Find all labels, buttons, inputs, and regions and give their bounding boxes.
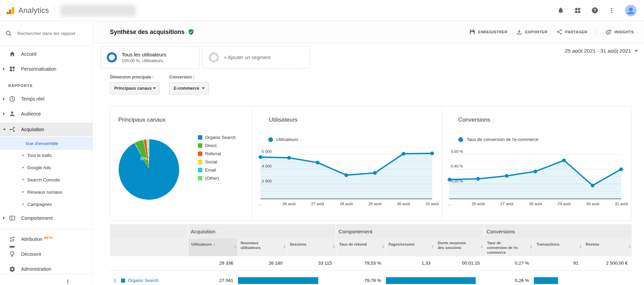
sidebar-item-audience[interactable]: Audience [0, 107, 93, 121]
series-dot-icon [458, 137, 463, 142]
exporter-button[interactable]: EXPORTER [516, 29, 547, 35]
chevron-right-icon[interactable] [22, 154, 24, 156]
column-header-utilisateurs[interactable]: Utilisateurs↓ [188, 238, 237, 256]
sidebar-item-comportement[interactable]: Comportement [0, 211, 93, 225]
x-axis-label: ... [448, 202, 452, 206]
legend-swatch [198, 176, 202, 180]
sidebar-item-label: Vue d'ensemble [26, 141, 58, 146]
total-value: 79,53 % [336, 256, 385, 270]
kebab-menu-icon[interactable] [608, 7, 615, 14]
sort-toggle-icon[interactable] [530, 245, 532, 248]
sidebar-item-acquisition[interactable]: Acquisition [0, 123, 93, 136]
users-series-legend[interactable]: Utilisateurs [268, 137, 298, 142]
acquisition-table: AcquisitionComportementConversionsUtilis… [110, 224, 632, 285]
header-icons: ? [557, 5, 644, 16]
column-header-pages-session[interactable]: Pages/session [385, 238, 435, 256]
channels-pie-chart[interactable] [119, 139, 179, 200]
audience-icon [9, 110, 16, 117]
legend-item-referral[interactable]: Referral [198, 151, 236, 156]
chevron-right-icon[interactable] [22, 203, 24, 205]
partager-button[interactable]: PARTAGER [556, 29, 587, 35]
conversions-x-axis: ...26 août27 août28 août29 août30 août31… [450, 202, 621, 207]
sidebar-item-attribution[interactable]: AttributionBÊTA [0, 232, 93, 246]
chevron-right-icon[interactable] [3, 217, 5, 219]
sidebar-item-accueil[interactable]: Accueil [0, 47, 93, 61]
sidebar-item-d-couvrir[interactable]: Découvrir [0, 247, 93, 261]
sidebar-section-label: RAPPORTS [8, 84, 33, 88]
group-header-conversions: Conversions [484, 224, 632, 238]
chevron-right-icon[interactable] [22, 179, 24, 181]
total-value: 91 [533, 256, 582, 270]
column-header-taux-de-conversion-de-l-e-commerce[interactable]: Taux de conversion de l'e-commerce [484, 238, 533, 256]
x-axis-label: 30 août [397, 202, 410, 206]
pie-legend: Organic SearchDirectReferralSocialEmail(… [198, 135, 236, 184]
date-range-selector[interactable]: 25 août 2021 - 31 août 2021 [565, 48, 638, 54]
sidebar-divider [0, 229, 93, 229]
legend-item--other-[interactable]: (Other) [198, 176, 236, 181]
legend-item-email[interactable]: Email [198, 167, 236, 173]
channels-table: AcquisitionComportementConversionsUtilis… [110, 224, 632, 285]
segment-ring-empty-icon [209, 52, 219, 63]
sidebar-item-google-ads[interactable]: Google Ads [0, 161, 93, 174]
sort-toggle-icon[interactable] [234, 245, 236, 248]
total-value: 1,33 [385, 256, 435, 270]
column-header-revenu[interactable]: Revenu [582, 238, 632, 256]
sidebar-item-r-seaux-sociaux[interactable]: Réseaux sociaux [0, 186, 93, 198]
sidebar-item-label: Accueil [21, 51, 36, 57]
save-icon [469, 29, 475, 35]
row-bounce-value: 79,78 % [336, 270, 385, 285]
enregistrer-button[interactable]: ENREGISTRER [469, 29, 507, 35]
channel-link[interactable]: Organic Search [128, 278, 158, 283]
insights-button[interactable]: INSIGHTS [605, 29, 634, 35]
column-header-dur-e-moyenne-des-sessions[interactable]: Durée moyenne des sessions [435, 238, 484, 256]
chevron-down-icon[interactable] [3, 129, 6, 130]
sort-toggle-icon[interactable] [629, 245, 631, 248]
analytics-logo[interactable]: Analytics [0, 6, 49, 15]
avatar[interactable] [625, 5, 637, 16]
bell-icon[interactable] [557, 7, 564, 14]
sidebar-item-tout-le-trafic[interactable]: Tout le trafic [0, 149, 93, 161]
legend-swatch [198, 143, 202, 148]
legend-item-direct[interactable]: Direct [198, 143, 236, 148]
sort-toggle-icon[interactable] [382, 245, 384, 248]
sidebar-item-search-console[interactable]: Search Console [0, 174, 93, 186]
legend-label: Direct [205, 143, 217, 148]
x-axis-label: 26 août [472, 202, 485, 206]
sort-toggle-icon[interactable] [579, 245, 581, 248]
sidebar-item-campagnes[interactable]: Campagnes [0, 198, 93, 210]
sort-toggle-icon[interactable] [481, 245, 483, 248]
add-segment-button[interactable]: + Ajouter un segment [202, 46, 310, 69]
report-toolbar: Synthèse des acquisitions ENREGISTREREXP… [93, 21, 644, 43]
column-header-taux-de-rebond[interactable]: Taux de rebond [336, 238, 385, 256]
dimension-dropdown[interactable]: Principaux canaux [110, 82, 160, 94]
sort-toggle-icon[interactable] [431, 245, 434, 248]
help-icon[interactable]: ? [591, 7, 598, 14]
chevron-right-icon[interactable] [22, 191, 24, 193]
sort-toggle-icon[interactable] [333, 245, 335, 248]
column-header-nouveaux-utilisateurs[interactable]: Nouveaux utilisateurs [237, 238, 287, 256]
chevron-right-icon[interactable] [3, 97, 5, 100]
chevron-right-icon[interactable] [3, 68, 5, 70]
group-header-acquisition: Acquisition [188, 224, 336, 238]
conversions-series-legend[interactable]: Taux de conversion de l'e-commerce [458, 137, 538, 142]
segment-all-users[interactable]: Tous les utilisateurs 100,00 %, Utilisat… [100, 46, 200, 69]
legend-item-social[interactable]: Social [198, 159, 236, 164]
sidebar-item-temps-r-el[interactable]: Temps réel [0, 92, 93, 106]
column-header-sessions[interactable]: Sessions [287, 238, 336, 256]
chevron-right-icon[interactable] [22, 166, 24, 168]
collapse-sidebar-chevron-icon[interactable]: ‹ [67, 275, 69, 285]
sidebar-item-personnalisation[interactable]: Personnalisation [0, 62, 93, 76]
toolbar-divider [596, 28, 596, 36]
action-label: EXPORTER [525, 30, 547, 34]
conversion-dropdown[interactable]: E-commerce [169, 82, 209, 94]
apps-grid-icon[interactable] [574, 7, 581, 14]
sidebar-item-vue-d-ensemble[interactable]: Vue d'ensemble [0, 137, 93, 150]
search-input[interactable] [17, 31, 85, 36]
column-header-transactions[interactable]: Transactions [533, 238, 582, 256]
report-search[interactable] [0, 21, 93, 46]
segment-ring-icon [107, 52, 117, 63]
legend-item-organic-search[interactable]: Organic Search [198, 135, 236, 140]
x-axis-label: 28 août [340, 202, 353, 206]
chevron-right-icon[interactable] [3, 112, 5, 115]
sort-toggle-icon[interactable] [284, 245, 286, 248]
